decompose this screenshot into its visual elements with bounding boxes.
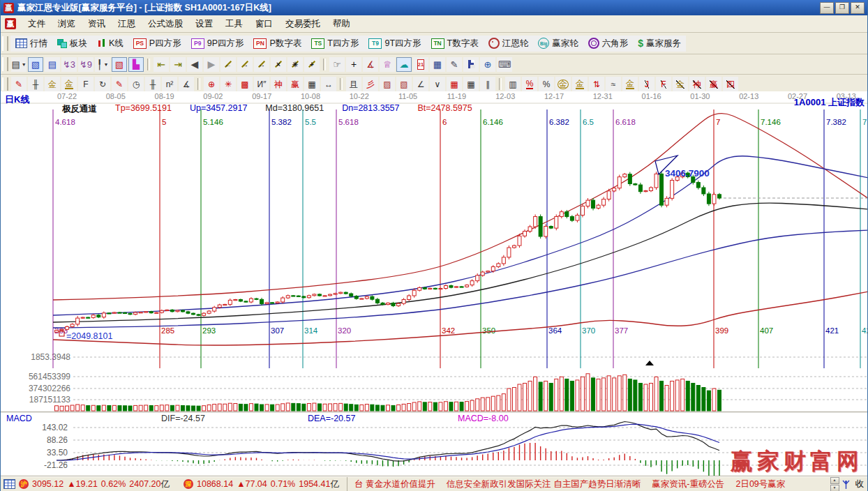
spiral-tool-button[interactable]: ↻ — [95, 77, 110, 91]
spin-up-icon[interactable]: ▲ — [830, 477, 839, 484]
f-comb-tool-button[interactable]: F — [78, 77, 93, 91]
smart-analysis-button[interactable]: ☁ — [396, 57, 412, 72]
toolbar-grip[interactable] — [2, 36, 8, 51]
menu-item-window[interactable]: 窗口 — [249, 16, 279, 32]
toolbar-grip[interactable] — [2, 57, 8, 71]
toolbar-winner-wheel-button[interactable]: Big赢家轮 — [533, 36, 583, 52]
ratio-comb-tool-button[interactable]: ▥ — [505, 77, 521, 91]
angle-measure-button[interactable]: ∡ — [363, 57, 378, 72]
red-grid-tool-button[interactable]: ▦ — [447, 77, 462, 91]
menu-item-help[interactable]: 帮助 — [327, 16, 357, 32]
menu-item-browse[interactable]: 浏览 — [52, 16, 82, 32]
gold-angle-tool-button[interactable]: 金 — [673, 77, 688, 91]
red-brush-tool-button[interactable]: ✎ — [112, 77, 127, 91]
grid-arrow-tool-button[interactable]: ▦ — [463, 77, 479, 91]
news-ticker[interactable]: 台 黄金水道价值提升 信息安全新政引发国际关注 自主国产趋势日渐清晰 赢家资讯-… — [347, 477, 827, 491]
percent-tool-button[interactable]: % — [539, 77, 554, 91]
maximize-button[interactable]: ❐ — [835, 2, 849, 14]
red-fan-tool-button[interactable]: 彡 — [363, 77, 378, 91]
hand-tool-button[interactable]: ☞ — [329, 57, 345, 72]
volume-profile-button[interactable]: ▙ — [128, 57, 144, 72]
ying-angle-tool-button[interactable]: 赢 — [706, 77, 721, 91]
shen-grid-tool-button[interactable]: 神 — [271, 77, 286, 91]
grid-123-tool-button[interactable]: ▦ — [304, 77, 320, 91]
purple-tool-button[interactable]: ♕ — [380, 57, 395, 72]
gann-web-tool-button[interactable]: ✳ — [220, 77, 236, 91]
minimize-button[interactable]: — — [820, 2, 834, 14]
toolbar-hexagon-button[interactable]: 六角形 — [583, 36, 634, 52]
calculator-button[interactable]: ▦ — [430, 57, 445, 72]
crosshair-tool-button[interactable]: + — [346, 57, 361, 72]
gold-levels-tool-button[interactable]: 金 — [622, 77, 638, 91]
comb-tool-button[interactable]: ╫ — [28, 77, 43, 91]
j-angle-tool-button[interactable]: J — [639, 77, 654, 91]
quote-grid-icon[interactable] — [3, 479, 15, 489]
web-data-button[interactable]: ⊕ — [480, 57, 495, 72]
gold-lines-tool-button[interactable]: 金 — [572, 77, 588, 91]
menu-item-file[interactable]: 文件 — [22, 16, 52, 32]
zoom-right-button[interactable]: → — [237, 57, 253, 72]
spider-web-tool-button[interactable]: ▩ — [237, 77, 253, 91]
toolbar-9t-square-button[interactable]: T99T四方形 — [364, 36, 426, 52]
notes-button[interactable]: ✎ — [447, 57, 462, 72]
percent-line-tool-button[interactable]: % — [522, 77, 537, 91]
ma-line-3-button[interactable]: ↯3 — [61, 57, 77, 72]
title-bar[interactable]: 赢 赢家江恩专业版[赢家服务平台] - [上证指数 SH1A0001-167日K… — [1, 0, 867, 15]
parallel-lines-tool-button[interactable]: ∥ — [480, 77, 495, 91]
menu-item-tools[interactable]: 工具 — [219, 16, 249, 32]
comb-2-tool-button[interactable]: ╫ — [145, 77, 160, 91]
brush-tool-button[interactable]: ✎ — [11, 77, 27, 91]
toolbar-p-square-button[interactable]: PSP四方形 — [128, 36, 186, 52]
toolbar-kline-button[interactable]: K线 — [92, 36, 128, 52]
menu-item-settings[interactable]: 设置 — [189, 16, 219, 32]
toolbar-quote-button[interactable]: 行情 — [10, 36, 52, 52]
trend-lines-tool-button[interactable]: ∠ — [413, 77, 428, 91]
last-page-button[interactable]: ⇥ — [170, 57, 186, 72]
first-page-button[interactable]: ⇤ — [154, 57, 169, 72]
chip-distribution-button[interactable]: ▧ — [112, 57, 127, 72]
i-marks-tool-button[interactable]: И″ — [254, 77, 269, 91]
pc-data-button[interactable]: ⌨ — [497, 57, 512, 72]
toolbar-grip[interactable] — [2, 77, 8, 91]
save-button[interactable] — [463, 57, 479, 72]
collapse-button[interactable]: 收 — [853, 478, 867, 490]
fan-box-tool-button[interactable]: ▨ — [380, 77, 395, 91]
toolbar-t-square-button[interactable]: TST四方形 — [306, 36, 364, 52]
time-clock-tool-button[interactable]: ◷ — [128, 77, 144, 91]
zoom-horizontal-button[interactable]: ↔ — [254, 57, 269, 72]
overlay-mode-button[interactable]: ▧ — [28, 57, 43, 72]
n-squared-tool-button[interactable]: n² — [162, 77, 177, 91]
fan-box-2-tool-button[interactable]: ▧ — [396, 77, 412, 91]
menu-item-formula-pick[interactable]: 公式选股 — [142, 16, 189, 32]
page-prev-button[interactable]: ◀ — [187, 57, 202, 72]
zoom-left-button[interactable]: ← — [220, 57, 236, 72]
toolbar-p-number-table-button[interactable]: PNP数字表 — [248, 36, 306, 52]
ying-grid-tool-button[interactable]: 赢 — [287, 77, 303, 91]
zoom-move-button[interactable]: + — [304, 57, 320, 72]
shanghai-market-icon[interactable]: 沪 — [19, 479, 29, 489]
toolbar-winner-service-button[interactable]: $赢家服务 — [633, 36, 686, 52]
toolbar-gann-wheel-button[interactable]: 江恩轮 — [484, 36, 534, 52]
ticker-spinner[interactable]: ▲▼ — [830, 477, 839, 491]
gold-comb-tool-button[interactable]: 金 — [45, 77, 60, 91]
ma-line-9-button[interactable]: ↯9 — [78, 57, 93, 72]
antenna-icon[interactable] — [841, 479, 851, 490]
chart-area[interactable]: 07-2208-0508-1909-0209-1710-0810-2211-05… — [1, 91, 868, 476]
zoom-full-button[interactable]: ✳ — [287, 57, 303, 72]
circle-cross-tool-button[interactable]: ⊕ — [204, 77, 219, 91]
toolbar-sectors-button[interactable]: 板块 — [52, 36, 92, 52]
chart-style-button[interactable]: ▤▼ — [11, 57, 27, 72]
angle-tool-button[interactable]: ∡ — [179, 77, 194, 91]
page-next-button[interactable]: ▶ — [204, 57, 219, 72]
gold-circle-tool-button[interactable]: 金 — [555, 77, 571, 91]
menu-item-trade-entrust[interactable]: 交易委托 — [279, 16, 327, 32]
macd-title[interactable]: MACD — [6, 414, 32, 423]
close-button[interactable]: ✕ — [851, 2, 865, 14]
calendar-button[interactable]: 21 — [413, 57, 428, 72]
measure-arrow-tool-button[interactable]: ↔ — [321, 77, 336, 91]
f-angle-tool-button[interactable]: F — [656, 77, 671, 91]
pillar-tool-button[interactable]: 且 — [346, 77, 361, 91]
si-angle-tool-button[interactable]: 四 — [723, 77, 738, 91]
toolbar-t-number-table-button[interactable]: TNT数字表 — [426, 36, 484, 52]
single-candle-button[interactable]: ╿▼ — [95, 57, 110, 72]
